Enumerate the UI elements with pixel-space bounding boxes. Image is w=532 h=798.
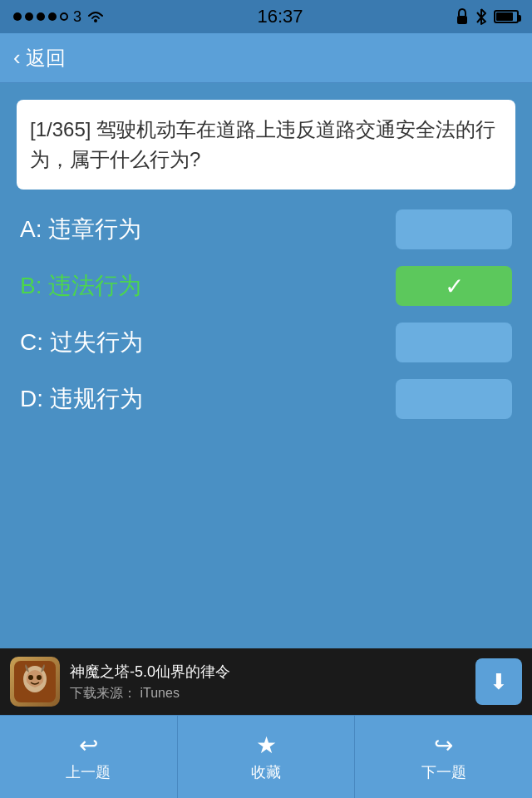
svg-point-0 (94, 19, 97, 22)
check-icon: ✓ (445, 273, 464, 300)
back-button[interactable]: ‹ 返回 (13, 45, 66, 71)
wifi-icon (86, 9, 105, 24)
back-arrow-icon: ‹ (13, 45, 21, 71)
ad-title: 神魔之塔-5.0仙界的律令 (70, 662, 466, 682)
next-icon: ↪ (434, 732, 453, 759)
star-icon: ★ (256, 732, 277, 759)
question-box: [1/365] 驾驶机动车在道路上违反道路交通安全法的行为，属于什么行为? (17, 100, 515, 190)
status-time: 16:37 (257, 6, 303, 27)
ad-text-block: 神魔之塔-5.0仙界的律令 下载来源： iTunes (70, 662, 466, 702)
ad-source-label: 下载来源： (70, 686, 136, 700)
nav-bar: ‹ 返回 (0, 33, 532, 83)
svg-point-4 (28, 675, 33, 680)
option-d-label: D: 违规行为 (20, 383, 170, 415)
ad-game-icon (14, 661, 56, 702)
svg-rect-1 (457, 16, 467, 24)
dot-3 (37, 12, 45, 21)
dot-1 (13, 12, 22, 21)
signal-dots (13, 12, 68, 21)
status-right (456, 8, 519, 25)
status-left: 3 (13, 8, 105, 26)
question-text: 驾驶机动车在道路上违反道路交通安全法的行为，属于什么行为? (30, 118, 495, 170)
main-content: [1/365] 驾驶机动车在道路上违反道路交通安全法的行为，属于什么行为? A:… (0, 83, 532, 419)
option-b-label: B: 违法行为 (20, 270, 170, 302)
next-button[interactable]: ↪ 下一题 (355, 716, 532, 798)
prev-label: 上一题 (66, 762, 111, 782)
prev-icon: ↩ (79, 732, 98, 759)
prev-button[interactable]: ↩ 上一题 (0, 716, 178, 798)
option-d-row[interactable]: D: 违规行为 (17, 379, 515, 419)
option-a-button[interactable] (396, 209, 512, 249)
status-bar: 3 16:37 (0, 0, 532, 33)
download-icon: ⬇ (490, 669, 508, 695)
dot-4 (48, 12, 57, 21)
option-c-button[interactable] (396, 323, 512, 362)
battery-icon (494, 10, 519, 23)
option-b-button[interactable]: ✓ (396, 266, 512, 306)
ad-icon (10, 657, 60, 707)
ad-source: iTunes (136, 686, 180, 700)
svg-point-5 (37, 675, 42, 680)
favorite-button[interactable]: ★ 收藏 (178, 716, 356, 798)
battery-fill (496, 12, 513, 21)
favorite-label: 收藏 (251, 762, 281, 782)
option-b-row[interactable]: B: 违法行为 ✓ (17, 266, 515, 306)
bluetooth-icon (475, 8, 487, 25)
option-c-label: C: 过失行为 (20, 327, 170, 358)
option-a-row[interactable]: A: 违章行为 (17, 209, 515, 249)
dot-5 (60, 12, 68, 21)
dot-2 (25, 12, 33, 21)
option-a-label: A: 违章行为 (20, 214, 170, 245)
question-number: [1/365] (30, 118, 91, 140)
lock-icon (456, 8, 469, 25)
ad-subtitle: 下载来源： iTunes (70, 685, 466, 702)
ad-download-button[interactable]: ⬇ (475, 658, 522, 705)
next-label: 下一题 (421, 762, 466, 782)
bottom-toolbar: ↩ 上一题 ★ 收藏 ↪ 下一题 (0, 715, 532, 798)
back-label: 返回 (26, 45, 66, 71)
option-d-button[interactable] (396, 379, 512, 419)
ad-banner: 神魔之塔-5.0仙界的律令 下载来源： iTunes ⬇ (0, 648, 532, 715)
option-c-row[interactable]: C: 过失行为 (17, 323, 515, 362)
carrier-label: 3 (73, 8, 81, 26)
